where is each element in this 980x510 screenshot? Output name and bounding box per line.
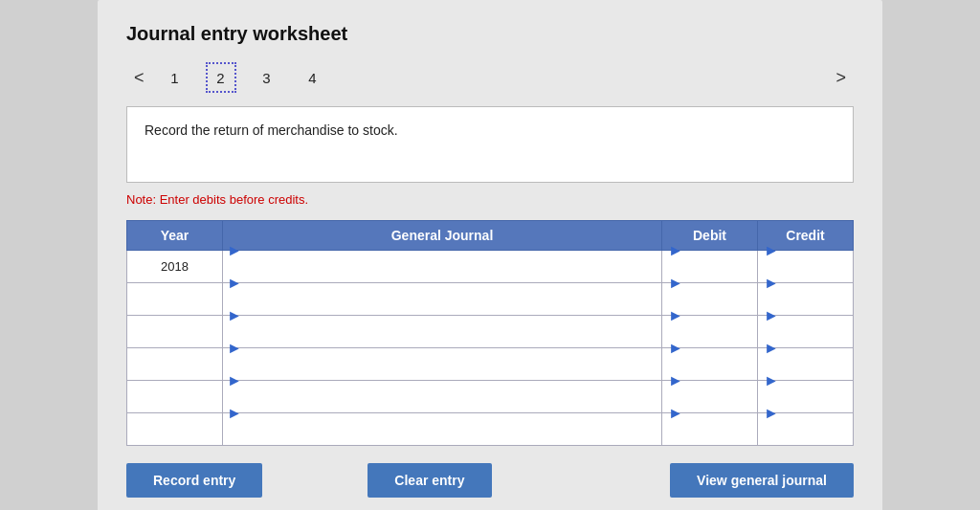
- view-general-journal-button[interactable]: View general journal: [670, 463, 854, 498]
- debit-marker-6: ►: [668, 405, 683, 422]
- cell-journal-6[interactable]: ►: [223, 413, 662, 446]
- debit-marker-4: ►: [668, 340, 683, 357]
- input-credit-6[interactable]: [764, 422, 847, 454]
- table-row: ► ► ►: [127, 413, 854, 446]
- cell-journal-4[interactable]: ►: [223, 348, 662, 381]
- cell-journal-3[interactable]: ►: [223, 316, 662, 348]
- clear-entry-button[interactable]: Clear entry: [368, 463, 491, 498]
- tab-1[interactable]: 1: [160, 62, 190, 93]
- row-marker-4: ►: [227, 340, 242, 357]
- tab-navigation: < 1 2 3 4 >: [126, 62, 854, 93]
- credit-marker-6: ►: [764, 405, 779, 422]
- main-container: Journal entry worksheet < 1 2 3 4 > Reco…: [98, 0, 882, 510]
- cell-journal-1[interactable]: ►: [223, 251, 662, 283]
- cell-year-3: [127, 316, 223, 348]
- cell-year-5: [127, 381, 223, 413]
- row-marker-6: ►: [227, 405, 242, 422]
- credit-marker-5: ►: [764, 372, 779, 389]
- tab-4[interactable]: 4: [298, 62, 328, 93]
- record-entry-button[interactable]: Record entry: [126, 463, 262, 498]
- input-debit-6[interactable]: [668, 422, 751, 454]
- prev-arrow[interactable]: <: [126, 64, 152, 92]
- cell-debit-6[interactable]: ►: [662, 413, 758, 446]
- cell-year-1: 2018: [127, 251, 223, 283]
- tab-2[interactable]: 2: [206, 62, 236, 93]
- debit-marker-2: ►: [668, 275, 683, 292]
- row-marker-2: ►: [227, 275, 242, 292]
- row-marker-3: ►: [227, 307, 242, 324]
- row-marker-5: ►: [227, 372, 242, 389]
- cell-journal-5[interactable]: ►: [223, 381, 662, 413]
- credit-marker-1: ►: [764, 242, 779, 259]
- credit-marker-2: ►: [764, 275, 779, 292]
- debit-marker-5: ►: [668, 372, 683, 389]
- instruction-box: Record the return of merchandise to stoc…: [126, 106, 854, 183]
- input-journal-6[interactable]: [227, 422, 656, 454]
- page-title: Journal entry worksheet: [126, 23, 854, 45]
- cell-year-6: [127, 413, 223, 446]
- button-row: Record entry Clear entry View general jo…: [126, 463, 854, 498]
- note-text: Note: Enter debits before credits.: [126, 192, 854, 207]
- debit-marker-3: ►: [668, 307, 683, 324]
- col-header-journal: General Journal: [223, 221, 662, 251]
- cell-year-4: [127, 348, 223, 381]
- row-marker-1: ►: [227, 242, 242, 259]
- tab-3[interactable]: 3: [252, 62, 282, 93]
- debit-marker-1: ►: [668, 242, 683, 259]
- cell-year-2: [127, 283, 223, 316]
- credit-marker-3: ►: [764, 307, 779, 324]
- credit-marker-4: ►: [764, 340, 779, 357]
- instruction-text: Record the return of merchandise to stoc…: [145, 122, 398, 138]
- next-arrow[interactable]: >: [828, 64, 854, 92]
- cell-journal-2[interactable]: ►: [223, 283, 662, 316]
- cell-credit-6[interactable]: ►: [758, 413, 854, 446]
- col-header-year: Year: [127, 221, 223, 251]
- journal-table: Year General Journal Debit Credit 2018 ►…: [126, 220, 854, 446]
